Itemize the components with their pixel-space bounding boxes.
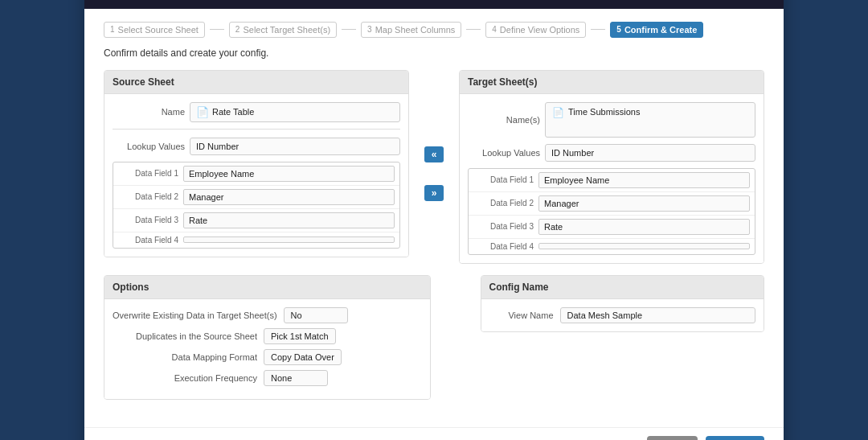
target-df-value-2: Manager bbox=[538, 195, 750, 212]
target-df-row-3: Data Field 3 Rate bbox=[469, 216, 755, 239]
target-names-text: Time Submissions bbox=[568, 107, 640, 117]
target-lookup-value: ID Number bbox=[545, 144, 755, 162]
opt-value-1: No bbox=[284, 307, 348, 323]
target-df-label-2: Data Field 2 bbox=[473, 199, 534, 208]
opt-value-3: Copy Data Over bbox=[264, 349, 342, 365]
source-df-label-4: Data Field 4 bbox=[118, 236, 178, 245]
target-df-value-1: Employee Name bbox=[538, 172, 750, 188]
arrow-right-btn[interactable]: » bbox=[424, 185, 444, 201]
source-lookup-value: ID Number bbox=[190, 138, 400, 155]
step-1-num: 1 bbox=[110, 25, 115, 34]
target-names-box: 📄 Time Submissions bbox=[545, 102, 755, 138]
wizard-steps: 1 Select Source Sheet 2 Select Target Sh… bbox=[104, 22, 764, 38]
options-body: Overwrite Existing Data in Target Sheet(… bbox=[104, 299, 430, 399]
target-sheet-header: Target Sheet(s) bbox=[460, 71, 764, 94]
target-sheet-col: Target Sheet(s) Name(s) 📄 Time Submissio… bbox=[459, 70, 764, 264]
bottom-row: Back Create bbox=[84, 427, 784, 441]
source-name-value: 📄 Rate Table bbox=[190, 102, 400, 122]
options-row-2: Duplicates in the Source Sheet Pick 1st … bbox=[113, 328, 422, 344]
source-df-value-2: Manager bbox=[183, 189, 395, 205]
opt-label-2: Duplicates in the Source Sheet bbox=[113, 331, 257, 341]
step-divider-3 bbox=[466, 29, 481, 30]
opt-value-4: None bbox=[264, 370, 328, 386]
options-row-4: Execution Frequency None bbox=[113, 370, 422, 386]
card-header: CREATE NEW CONFIG bbox=[84, 0, 784, 9]
step-5-num: 5 bbox=[616, 25, 621, 34]
step-3-num: 3 bbox=[367, 25, 372, 34]
source-sheet-section: Source Sheet Name 📄 Rate Table bbox=[104, 70, 409, 257]
config-name-section: Config Name View Name Data Mesh Sample bbox=[481, 275, 764, 332]
config-view-name-row: View Name Data Mesh Sample bbox=[489, 307, 755, 323]
source-sheet-header: Source Sheet bbox=[104, 71, 408, 94]
config-name-col: Config Name View Name Data Mesh Sample bbox=[481, 275, 764, 400]
step-5-label: Confirm & Create bbox=[624, 25, 697, 35]
target-df-label-1: Data Field 1 bbox=[473, 175, 534, 184]
options-row-1: Overwrite Existing Data in Target Sheet(… bbox=[113, 307, 422, 323]
source-df-label-2: Data Field 2 bbox=[118, 192, 178, 201]
step-4[interactable]: 4 Define View Options bbox=[485, 22, 586, 38]
step-divider-2 bbox=[342, 29, 356, 30]
source-lookup-label: Lookup Values bbox=[113, 142, 185, 151]
arrow-left-btn[interactable]: « bbox=[424, 146, 444, 162]
opt-label-4: Execution Frequency bbox=[113, 373, 257, 383]
step-divider-4 bbox=[591, 29, 605, 30]
target-data-fields: Data Field 1 Employee Name Data Field 2 … bbox=[468, 168, 755, 255]
target-df-value-4 bbox=[538, 243, 750, 249]
target-lookup-row: Lookup Values ID Number bbox=[468, 144, 755, 162]
target-lookup-text: ID Number bbox=[551, 148, 594, 158]
target-df-row-2: Data Field 2 Manager bbox=[469, 192, 755, 216]
create-button[interactable]: Create bbox=[706, 436, 764, 441]
target-names-row: Name(s) 📄 Time Submissions bbox=[468, 102, 755, 138]
step-1[interactable]: 1 Select Source Sheet bbox=[104, 22, 205, 38]
step-1-label: Select Source Sheet bbox=[118, 25, 199, 35]
source-lookup-text: ID Number bbox=[196, 142, 239, 151]
source-lookup-row: Lookup Values ID Number bbox=[113, 138, 400, 155]
opt-value-2: Pick 1st Match bbox=[264, 328, 336, 344]
source-name-row: Name 📄 Rate Table bbox=[113, 102, 400, 122]
target-df-value-3: Rate bbox=[538, 219, 750, 235]
step-3-label: Map Sheet Columns bbox=[375, 25, 456, 35]
source-df-row-4: Data Field 4 bbox=[113, 232, 399, 248]
options-row-3: Data Mapping Format Copy Data Over bbox=[113, 349, 422, 365]
source-df-label-1: Data Field 1 bbox=[118, 169, 178, 178]
step-3[interactable]: 3 Map Sheet Columns bbox=[361, 22, 461, 38]
source-sheet-col: Source Sheet Name 📄 Rate Table bbox=[104, 70, 409, 264]
source-df-value-3: Rate bbox=[183, 212, 395, 228]
target-names-label: Name(s) bbox=[468, 115, 540, 125]
confirm-text: Confirm details and create your config. bbox=[104, 47, 764, 59]
source-name-label: Name bbox=[113, 107, 185, 117]
step-2[interactable]: 2 Select Target Sheet(s) bbox=[229, 22, 337, 38]
target-sheet-icon: 📄 bbox=[552, 107, 564, 118]
config-name-header: Config Name bbox=[481, 276, 764, 299]
source-df-value-4 bbox=[183, 236, 395, 243]
source-sheet-body: Name 📄 Rate Table Lookup Values ID Numbe bbox=[104, 94, 408, 257]
step-4-num: 4 bbox=[492, 25, 497, 34]
target-df-row-1: Data Field 1 Employee Name bbox=[469, 169, 755, 192]
source-df-row-1: Data Field 1 Employee Name bbox=[113, 162, 399, 186]
source-df-label-3: Data Field 3 bbox=[118, 216, 178, 224]
source-df-row-2: Data Field 2 Manager bbox=[113, 186, 399, 209]
step-divider-1 bbox=[210, 29, 224, 30]
back-button[interactable]: Back bbox=[647, 436, 698, 441]
source-df-value-1: Employee Name bbox=[183, 166, 395, 182]
options-section: Options Overwrite Existing Data in Targe… bbox=[104, 275, 431, 400]
opt-label-1: Overwrite Existing Data in Target Sheet(… bbox=[113, 310, 277, 320]
sheet-icon: 📄 bbox=[196, 106, 209, 118]
source-data-fields: Data Field 1 Employee Name Data Field 2 … bbox=[113, 162, 400, 249]
step-2-label: Select Target Sheet(s) bbox=[243, 25, 330, 35]
opt-label-3: Data Mapping Format bbox=[113, 352, 257, 362]
options-header: Options bbox=[104, 276, 430, 299]
step-2-num: 2 bbox=[235, 25, 240, 34]
options-col: Options Overwrite Existing Data in Targe… bbox=[104, 275, 431, 400]
arrow-col: « » bbox=[422, 70, 446, 264]
source-df-row-3: Data Field 3 Rate bbox=[113, 209, 399, 232]
config-name-body: View Name Data Mesh Sample bbox=[481, 299, 764, 331]
source-name-text: Rate Table bbox=[212, 107, 254, 117]
step-5[interactable]: 5 Confirm & Create bbox=[610, 22, 703, 38]
source-divider bbox=[113, 129, 400, 130]
cfg-view-name-label: View Name bbox=[489, 310, 554, 320]
spacer-col bbox=[444, 275, 468, 400]
target-df-row-4: Data Field 4 bbox=[469, 239, 755, 254]
target-sheet-section: Target Sheet(s) Name(s) 📄 Time Submissio… bbox=[459, 70, 764, 264]
target-lookup-label: Lookup Values bbox=[468, 148, 540, 158]
